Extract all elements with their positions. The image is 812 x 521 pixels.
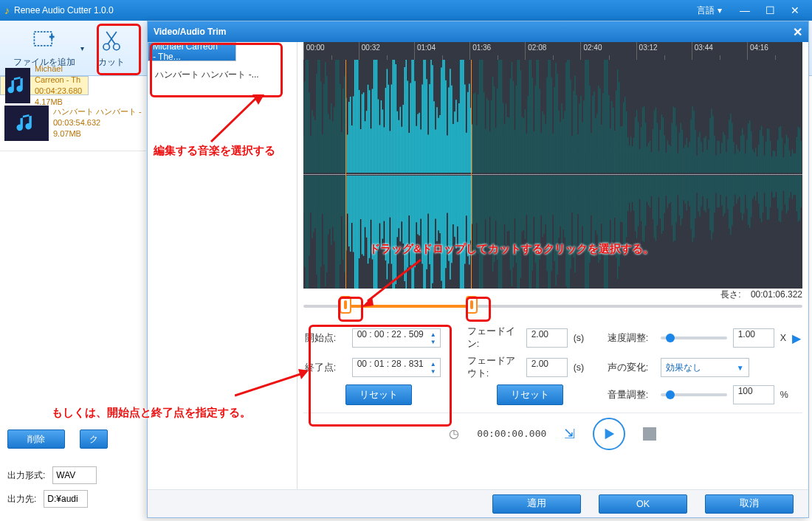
playback-timecode: 00:00:00.000 bbox=[477, 428, 546, 439]
play-preview-icon[interactable]: ▶ bbox=[792, 331, 801, 345]
ruler-tick: 02:08 bbox=[525, 42, 580, 60]
clear-button[interactable]: ク bbox=[80, 429, 108, 449]
chevron-down-icon: ▼ bbox=[737, 364, 744, 372]
speed-label: 速度調整: bbox=[608, 332, 655, 345]
file-size: 9.07MB bbox=[53, 128, 142, 139]
output-format-select[interactable] bbox=[52, 466, 97, 484]
clock-icon: ◷ bbox=[449, 427, 459, 441]
spin-down-icon[interactable]: ▼ bbox=[428, 368, 438, 375]
track-item[interactable]: ハンバート ハンバート -... bbox=[148, 61, 297, 88]
maximize-button[interactable]: ☐ bbox=[757, 4, 782, 16]
file-duration: 00:03:54.632 bbox=[53, 117, 142, 128]
ruler-tick: 01:36 bbox=[469, 42, 525, 60]
language-menu[interactable]: 言語 ▾ bbox=[697, 4, 722, 17]
start-time-input[interactable]: 00 : 00 : 22 . 509 ▲▼ bbox=[352, 328, 441, 348]
ruler-tick: 00:32 bbox=[359, 42, 414, 60]
close-button[interactable]: ✕ bbox=[782, 4, 808, 16]
file-thumb-icon bbox=[5, 68, 30, 103]
svg-rect-0 bbox=[34, 32, 52, 46]
svg-marker-9 bbox=[605, 428, 615, 438]
spin-up-icon[interactable]: ▲ bbox=[428, 360, 438, 368]
playback-bar: ◷ 00:00:00.000 ⇲ bbox=[303, 413, 802, 454]
range-slider[interactable]: 長さ: 00:01:06.322 bbox=[303, 289, 802, 321]
speed-slider[interactable] bbox=[661, 337, 727, 339]
output-dir-label: 出力先: bbox=[7, 493, 36, 506]
start-label: 開始点: bbox=[305, 332, 346, 345]
track-list: Michael Carreon - The... ハンバート ハンバート -..… bbox=[148, 42, 297, 489]
file-item[interactable]: Michael Carreon - Th 00:04:23.680 4.17MB bbox=[0, 76, 89, 95]
chevron-down-icon: ▾ bbox=[718, 5, 722, 15]
dialog-close-button[interactable]: ✕ bbox=[793, 25, 802, 39]
language-label: 言語 bbox=[697, 4, 715, 17]
voice-label: 声の変化: bbox=[608, 362, 655, 374]
range-handle-end[interactable] bbox=[466, 296, 478, 314]
app-logo-icon: ♪ bbox=[4, 4, 10, 16]
dialog-title: Video/Audio Trim bbox=[154, 27, 793, 37]
end-time-input[interactable]: 00 : 01 : 28 . 831 ▲▼ bbox=[352, 358, 441, 377]
cut-button[interactable]: カット bbox=[89, 21, 134, 75]
apply-button[interactable]: 適用 bbox=[492, 494, 581, 514]
file-size: 4.17MB bbox=[35, 97, 82, 108]
fadeout-label: フェードアウト: bbox=[467, 355, 520, 380]
volume-slider[interactable] bbox=[661, 393, 727, 396]
volume-unit: % bbox=[780, 390, 788, 400]
time-ruler: 00:0000:3201:0401:3602:0802:4003:1203:44… bbox=[303, 42, 802, 60]
reset-fade-button[interactable]: リセット bbox=[497, 384, 563, 405]
end-label: 終了点: bbox=[305, 362, 346, 374]
app-title: Renee Audio Cutter 1.0.0 bbox=[14, 5, 697, 15]
svg-point-3 bbox=[103, 44, 110, 50]
waveform[interactable] bbox=[303, 60, 802, 289]
fade-unit: (s) bbox=[574, 333, 585, 343]
track-label: ハンバート ハンバート -... bbox=[155, 69, 259, 81]
spin-up-icon[interactable]: ▲ bbox=[428, 331, 438, 338]
trim-dialog: Video/Audio Trim ✕ Michael Carreon - The… bbox=[147, 21, 809, 518]
output-dir-input[interactable] bbox=[44, 490, 88, 508]
dialog-footer: 適用 OK 取消 bbox=[148, 489, 808, 517]
voice-select[interactable]: 効果なし ▼ bbox=[661, 358, 749, 377]
output-format-label: 出力形式: bbox=[7, 469, 45, 482]
reset-time-button[interactable]: リセット bbox=[345, 384, 412, 405]
file-list: Michael Carreon - Th 00:04:23.680 4.17MB… bbox=[0, 76, 146, 521]
volume-label: 音量調整: bbox=[608, 389, 655, 401]
fadein-label: フェードイン: bbox=[467, 325, 520, 351]
spin-down-icon[interactable]: ▼ bbox=[428, 338, 438, 345]
ok-button[interactable]: OK bbox=[599, 494, 687, 514]
file-name: Michael Carreon - Th bbox=[35, 63, 82, 86]
file-thumb-icon bbox=[4, 106, 49, 141]
length-value: 00:01:06.322 bbox=[751, 289, 802, 300]
cut-label: カット bbox=[98, 56, 125, 69]
main-titlebar: ♪ Renee Audio Cutter 1.0.0 言語 ▾ — ☐ ✕ bbox=[0, 0, 812, 21]
minimize-button[interactable]: — bbox=[732, 4, 757, 16]
mark-in-icon[interactable]: ⇲ bbox=[564, 426, 575, 442]
volume-value-input[interactable]: 100 bbox=[733, 385, 774, 404]
track-item[interactable]: Michael Carreon - The... bbox=[148, 42, 236, 61]
file-duration: 00:04:23.680 bbox=[35, 86, 82, 97]
svg-point-4 bbox=[114, 44, 120, 50]
ruler-tick: 00:00 bbox=[303, 42, 359, 60]
range-handle-start[interactable] bbox=[340, 296, 351, 314]
speed-value-input[interactable]: 1.00 bbox=[733, 328, 774, 348]
track-label: Michael Carreon - The... bbox=[153, 41, 219, 62]
fade-unit: (s) bbox=[574, 362, 585, 373]
ruler-tick: 03:12 bbox=[636, 42, 692, 60]
dialog-titlebar: Video/Audio Trim ✕ bbox=[148, 21, 808, 42]
ruler-tick: 03:44 bbox=[692, 42, 747, 60]
svg-line-5 bbox=[108, 32, 117, 44]
ruler-tick: 02:40 bbox=[580, 42, 636, 60]
svg-line-6 bbox=[106, 32, 115, 44]
stop-button[interactable] bbox=[643, 427, 656, 441]
delete-button[interactable]: 削除 bbox=[7, 429, 65, 449]
length-label: 長さ: bbox=[720, 289, 740, 300]
chevron-down-icon: ▾ bbox=[80, 44, 84, 52]
ruler-tick: 01:04 bbox=[414, 42, 469, 60]
speed-unit: X bbox=[780, 333, 786, 343]
fadeout-input[interactable]: 2.00 bbox=[526, 358, 568, 377]
play-button[interactable] bbox=[593, 418, 625, 450]
ruler-tick: 04:16 bbox=[747, 42, 802, 60]
cancel-button[interactable]: 取消 bbox=[705, 494, 794, 514]
fadein-input[interactable]: 2.00 bbox=[526, 328, 568, 348]
